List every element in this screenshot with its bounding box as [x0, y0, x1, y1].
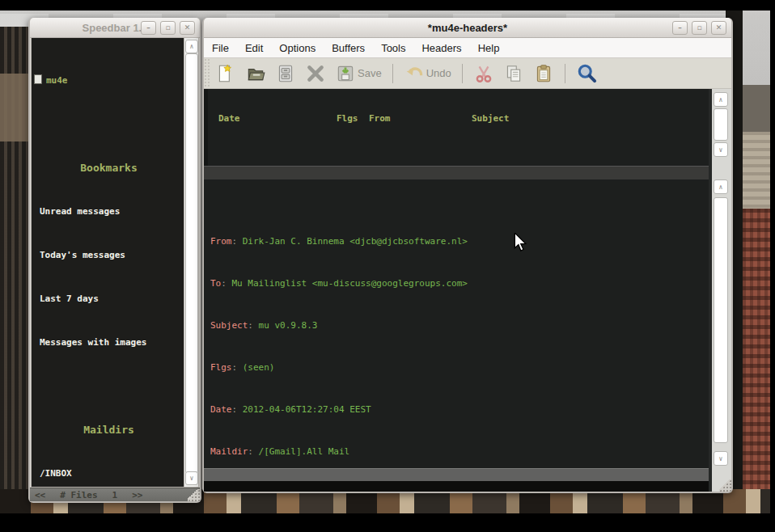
save-icon — [335, 63, 356, 84]
close-x-icon — [305, 63, 326, 84]
open-folder-icon — [245, 63, 266, 84]
undo-button[interactable]: Undo — [402, 61, 453, 86]
toolbar-separator — [392, 64, 393, 83]
cut-button[interactable] — [472, 61, 496, 86]
paste-clipboard-icon — [533, 63, 554, 84]
scroll-down-icon[interactable]: ∨ — [714, 142, 728, 157]
search-icon — [576, 62, 598, 84]
scroll-up-icon[interactable]: ∧ — [185, 40, 198, 53]
message-header-field: From: Dirk-Jan C. Binnema <djcb@djcbsoft… — [210, 236, 709, 247]
scroll-down-icon[interactable]: ∨ — [714, 451, 728, 466]
wallpaper-building — [743, 209, 770, 513]
scrollbar-thumb[interactable] — [714, 197, 728, 443]
speedbar-entry[interactable]: /INBOX — [34, 468, 184, 479]
file-cabinet-icon — [275, 63, 296, 84]
speedbar-entry[interactable] — [34, 119, 184, 130]
speedbar-entry[interactable]: Today's messages — [34, 250, 184, 261]
message-header-fields: From: Dirk-Jan C. Binnema <djcb@djcbsoft… — [210, 205, 709, 468]
speedbar-scrollbar[interactable]: ∧ ∨ — [184, 38, 198, 487]
speedbar-window: Speedbar 1.0 – ▫ ✕ mu4e Bookmarks Unread… — [28, 18, 201, 503]
menu-bar: File Edit Options Buffers Tools Headers … — [204, 38, 731, 58]
column-from[interactable]: From — [369, 113, 472, 124]
scroll-down-icon[interactable]: ∨ — [185, 471, 198, 485]
message-header-field: Date: 2012-04-06T12:27:04 EEST — [210, 404, 709, 415]
wallpaper-building — [743, 132, 770, 209]
headers-rows: 2012-04-06 12:27:04 S Dirk-Jan C. Binnem… — [208, 145, 709, 166]
new-file-icon — [215, 63, 236, 84]
save-button[interactable]: Save — [333, 61, 383, 86]
speedbar-entry[interactable] — [34, 381, 184, 392]
undo-label: Undo — [426, 67, 451, 79]
menu-item[interactable]: File — [204, 40, 237, 57]
wallpaper-building — [0, 74, 29, 141]
maximize-icon[interactable]: ▫ — [692, 21, 707, 35]
mu4e-view-modeline: U:%*-*mu4e-view*Top L1(mu4e:view) — [204, 468, 709, 481]
menu-item[interactable]: Options — [271, 40, 324, 57]
message-header-field: Subject: mu v0.9.8.3 — [210, 320, 709, 331]
speedbar-nav-forward[interactable]: >> — [132, 490, 142, 500]
message-header-field: To: Mu Mailinglist <mu-discuss@googlegro… — [210, 278, 709, 289]
resize-grip[interactable] — [188, 489, 200, 501]
column-date[interactable]: Date — [208, 113, 337, 124]
scroll-up-icon[interactable]: ∧ — [714, 92, 728, 107]
menu-item[interactable]: Tools — [373, 40, 413, 57]
cut-scissors-icon — [473, 63, 494, 84]
wallpaper-building — [743, 85, 770, 135]
toolbar-separator — [462, 64, 463, 83]
desktop: Speedbar 1.0 – ▫ ✕ mu4e Bookmarks Unread… — [0, 0, 775, 532]
minimize-icon[interactable]: – — [141, 21, 156, 35]
speedbar-titlebar[interactable]: Speedbar 1.0 – ▫ ✕ — [30, 18, 200, 38]
speedbar-entry[interactable]: Unread messages — [34, 206, 184, 217]
echo-area[interactable] — [204, 481, 709, 492]
save-label: Save — [358, 67, 382, 79]
mu4e-view-pane: From: Dirk-Jan C. Binnema <djcb@djcbsoft… — [204, 179, 709, 468]
toolbar-separator — [565, 64, 565, 83]
headers-columns: Date Flgs From Subject — [208, 113, 709, 124]
close-icon[interactable]: ✕ — [180, 21, 195, 35]
file-cabinet-button[interactable] — [273, 61, 298, 86]
open-folder-button[interactable] — [244, 61, 268, 86]
tool-bar: Save Undo — [204, 58, 731, 89]
message-header-field: Flgs: (seen) — [210, 362, 709, 373]
speedbar-entry[interactable]: Messages with images — [34, 337, 184, 348]
search-button[interactable] — [574, 61, 599, 86]
column-subject[interactable]: Subject — [472, 113, 709, 124]
menu-item[interactable]: Buffers — [324, 40, 373, 57]
copy-icon — [503, 63, 524, 84]
emacs-scrollbar-column: ∧ ∨ ∧ ∨ — [709, 89, 731, 492]
new-file-button[interactable] — [214, 61, 238, 86]
close-icon[interactable]: ✕ — [711, 21, 726, 35]
speedbar-status-bar: << # Files 1 >> — [30, 488, 200, 501]
speedbar-files-count: 1 — [112, 490, 118, 500]
column-flags[interactable]: Flgs — [337, 113, 369, 124]
mu4e-headers-modeline: U:%*-*mu4e-headers*All L1(mu4e-headers B… — [204, 166, 709, 179]
menu-item[interactable]: Edit — [237, 40, 271, 57]
emacs-window: *mu4e-headers* – ▫ ✕ File Edit Options B… — [202, 18, 733, 493]
message-header-field: Maildir: /[Gmail].All Mail — [210, 446, 709, 457]
copy-button[interactable] — [502, 61, 526, 86]
speedbar-entry[interactable]: Last 7 days — [34, 293, 184, 305]
speedbar-nav-back[interactable]: << — [35, 490, 45, 500]
paste-button[interactable] — [531, 61, 556, 86]
maximize-icon[interactable]: ▫ — [160, 21, 176, 35]
mu4e-headers-pane: Date Flgs From Subject 2012-04-06 12:27:… — [204, 89, 709, 166]
menu-item[interactable]: Headers — [413, 40, 469, 57]
minimize-icon[interactable]: – — [672, 21, 688, 35]
close-buffer-button[interactable] — [303, 61, 328, 86]
speedbar-tree: mu4e Bookmarks Unread messages Today's m… — [32, 38, 184, 487]
emacs-titlebar[interactable]: *mu4e-headers* – ▫ ✕ — [204, 18, 731, 38]
undo-icon — [404, 63, 425, 84]
speedbar-entry[interactable]: mu4e — [34, 74, 184, 87]
scrollbar-thumb[interactable] — [714, 108, 728, 141]
menu-item[interactable]: Help — [470, 40, 508, 57]
speedbar-files-label[interactable]: # Files — [60, 490, 97, 500]
scrollbar-thumb[interactable] — [185, 53, 198, 474]
mouse-cursor — [513, 233, 527, 252]
emacs-window-title: *mu4e-headers* — [204, 22, 731, 34]
speedbar-entry[interactable]: Bookmarks — [34, 163, 184, 174]
speedbar-entry[interactable]: Maildirs — [34, 424, 184, 436]
resize-grip[interactable] — [719, 479, 731, 492]
scroll-up-icon[interactable]: ∧ — [714, 179, 728, 194]
